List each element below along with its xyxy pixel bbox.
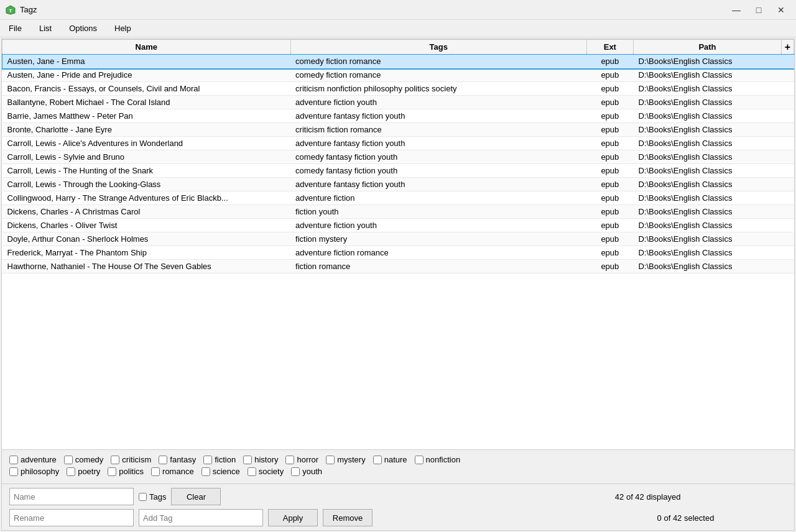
bottom-controls: Tags Clear 42 of 42 displayed Apply Remo… [2, 484, 794, 530]
window-controls: — □ ✕ [726, 2, 791, 17]
remove-button[interactable]: Remove [323, 509, 373, 526]
table-row[interactable]: Hawthorne, Nathaniel - The House Of The … [2, 260, 794, 273]
table-row[interactable]: Bronte, Charlotte - Jane Eyre criticism … [2, 123, 794, 137]
tag-filter-science[interactable]: science [201, 467, 240, 476]
tag-checkbox-criticism[interactable] [111, 456, 119, 464]
tag-label-nonfiction: nonfiction [426, 455, 461, 464]
tag-checkbox-science[interactable] [201, 467, 210, 476]
col-tags[interactable]: Tags [290, 40, 586, 55]
table-row[interactable]: Austen, Jane - Pride and Prejudice comed… [2, 68, 794, 82]
table-container[interactable]: Name Tags Ext Path + Austen, Jane - Emma… [2, 39, 794, 449]
menu-bar: File List Options Help [0, 20, 796, 37]
tag-filter-nonfiction[interactable]: nonfiction [415, 455, 461, 464]
tag-filter-politics[interactable]: politics [108, 467, 144, 476]
cell-tags: comedy fiction romance [290, 68, 586, 82]
add-tag-input[interactable] [139, 509, 263, 526]
tag-filter-poetry[interactable]: poetry [67, 467, 100, 476]
menu-options[interactable]: Options [65, 22, 101, 34]
cell-name: Austen, Jane - Pride and Prejudice [2, 68, 291, 82]
cell-ext: epub [586, 150, 633, 164]
tag-label-adventure: adventure [21, 455, 57, 464]
tag-label-horror: horror [297, 455, 318, 464]
cell-extra [782, 68, 794, 82]
tag-checkbox-comedy[interactable] [64, 456, 73, 464]
col-ext[interactable]: Ext [586, 40, 633, 55]
tag-checkbox-politics[interactable] [108, 467, 116, 476]
tag-checkbox-poetry[interactable] [67, 467, 75, 476]
tag-label-fantasy: fantasy [170, 455, 196, 464]
cell-ext: epub [586, 246, 633, 260]
tag-checkbox-adventure[interactable] [9, 456, 18, 464]
tags-filter-checkbox[interactable] [139, 493, 147, 501]
cell-path: D:\Books\English Classics [633, 260, 781, 273]
table-row[interactable]: Dickens, Charles - Oliver Twist adventur… [2, 219, 794, 232]
cell-name: Doyle, Arthur Conan - Sherlock Holmes [2, 232, 291, 246]
table-row[interactable]: Collingwood, Harry - The Strange Adventu… [2, 191, 794, 205]
table-row[interactable]: Carroll, Lewis - Alice's Adventures in W… [2, 137, 794, 150]
tag-filter-adventure[interactable]: adventure [9, 455, 57, 464]
col-path[interactable]: Path [633, 40, 781, 55]
tag-filter-society[interactable]: society [248, 467, 284, 476]
table-row[interactable]: Dickens, Charles - A Christmas Carol fic… [2, 205, 794, 219]
tag-checkbox-youth[interactable] [291, 467, 300, 476]
tag-checkbox-nature[interactable] [373, 456, 382, 464]
app-icon: T [5, 4, 16, 16]
apply-button[interactable]: Apply [268, 509, 318, 526]
tag-checkbox-history[interactable] [243, 456, 252, 464]
tag-filter-youth[interactable]: youth [291, 467, 322, 476]
app-title: Tagz [20, 5, 37, 14]
table-row[interactable]: Bacon, Francis - Essays, or Counsels, Ci… [2, 82, 794, 96]
tag-checkbox-mystery[interactable] [326, 456, 335, 464]
cell-name: Bacon, Francis - Essays, or Counsels, Ci… [2, 82, 291, 96]
minimize-button[interactable]: — [726, 2, 746, 17]
tag-filter-history[interactable]: history [243, 455, 278, 464]
add-column-button[interactable]: + [782, 40, 794, 55]
table-row[interactable]: Barrie, James Matthew - Peter Pan advent… [2, 109, 794, 123]
cell-name: Carroll, Lewis - Sylvie and Bruno [2, 150, 291, 164]
table-row[interactable]: Carroll, Lewis - Through the Looking-Gla… [2, 178, 794, 191]
menu-list[interactable]: List [35, 22, 55, 34]
tag-filter-fiction[interactable]: fiction [203, 455, 236, 464]
clear-button[interactable]: Clear [171, 488, 221, 505]
cell-name: Hawthorne, Nathaniel - The House Of The … [2, 260, 291, 273]
table-row[interactable]: Carroll, Lewis - Sylvie and Bruno comedy… [2, 150, 794, 164]
tag-filter-nature[interactable]: nature [373, 455, 407, 464]
table-row[interactable]: Doyle, Arthur Conan - Sherlock Holmes fi… [2, 232, 794, 246]
tag-checkbox-philosophy[interactable] [9, 467, 18, 476]
tag-filter-mystery[interactable]: mystery [326, 455, 366, 464]
tags-row-2: philosophypoetrypoliticsromancescienceso… [9, 467, 787, 476]
tag-filter-fantasy[interactable]: fantasy [159, 455, 196, 464]
tag-checkbox-society[interactable] [248, 467, 256, 476]
tag-checkbox-nonfiction[interactable] [415, 456, 423, 464]
cell-extra [782, 191, 794, 205]
table-row[interactable]: Frederick, Marryat - The Phantom Ship ad… [2, 246, 794, 260]
tag-filter-comedy[interactable]: comedy [64, 455, 104, 464]
name-input[interactable] [9, 488, 134, 505]
tag-filter-horror[interactable]: horror [285, 455, 318, 464]
cell-ext: epub [586, 164, 633, 178]
cell-path: D:\Books\English Classics [633, 205, 781, 219]
close-button[interactable]: ✕ [771, 2, 791, 17]
tag-checkbox-horror[interactable] [285, 456, 294, 464]
rename-input[interactable] [9, 509, 134, 526]
col-name[interactable]: Name [2, 40, 291, 55]
table-row[interactable]: Carroll, Lewis - The Hunting of the Snar… [2, 164, 794, 178]
cell-name: Collingwood, Harry - The Strange Adventu… [2, 191, 291, 205]
maximize-button[interactable]: □ [749, 2, 769, 17]
tag-filter-criticism[interactable]: criticism [111, 455, 151, 464]
cell-ext: epub [586, 68, 633, 82]
menu-file[interactable]: File [5, 22, 25, 34]
table-row[interactable]: Austen, Jane - Emma comedy fiction roman… [2, 55, 794, 68]
cell-name: Frederick, Marryat - The Phantom Ship [2, 246, 291, 260]
tag-filter-philosophy[interactable]: philosophy [9, 467, 59, 476]
cell-ext: epub [586, 178, 633, 191]
menu-help[interactable]: Help [111, 22, 135, 34]
cell-name: Bronte, Charlotte - Jane Eyre [2, 123, 291, 137]
tag-checkbox-romance[interactable] [151, 467, 160, 476]
tag-label-mystery: mystery [337, 455, 366, 464]
tag-filter-romance[interactable]: romance [151, 467, 194, 476]
tag-checkbox-fiction[interactable] [203, 456, 212, 464]
tag-checkbox-fantasy[interactable] [159, 456, 167, 464]
table-row[interactable]: Ballantyne, Robert Michael - The Coral I… [2, 96, 794, 109]
cell-extra [782, 137, 794, 150]
